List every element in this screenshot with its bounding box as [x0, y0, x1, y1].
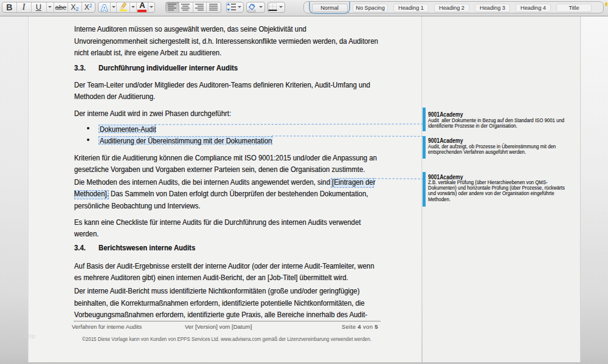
svg-text:A: A [101, 2, 108, 12]
